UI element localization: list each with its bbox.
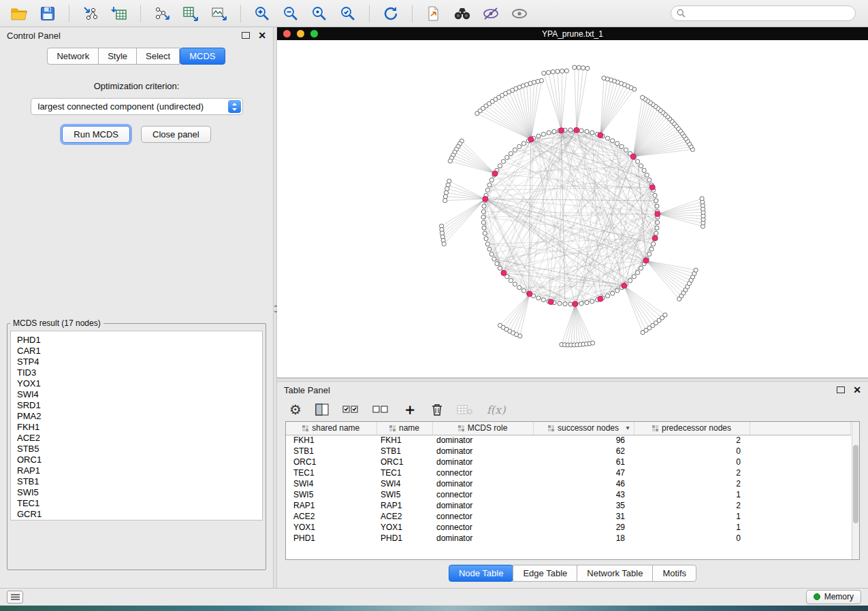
mcds-result-item[interactable]: SWI4 (17, 389, 262, 400)
search-input[interactable] (690, 8, 850, 19)
table-row[interactable]: RAP1RAP1dominator352 (286, 500, 851, 511)
delete-column-button[interactable] (431, 403, 443, 416)
search-box[interactable] (671, 5, 856, 21)
table-cell-shared_name[interactable]: SWI4 (286, 478, 376, 489)
table-row[interactable]: ACE2ACE2connector311 (286, 511, 851, 522)
table-cell-name[interactable]: STB1 (376, 446, 432, 457)
float-panel-icon[interactable] (837, 386, 845, 393)
table-cell-name[interactable]: ACE2 (376, 511, 432, 522)
save-session-button[interactable] (35, 3, 60, 24)
table-cell-successors[interactable]: 62 (533, 446, 634, 457)
table-cell-role[interactable]: connector (432, 522, 533, 533)
table-cell-name[interactable]: RAP1 (376, 500, 432, 511)
table-row[interactable]: SWI4SWI4dominator462 (286, 478, 851, 489)
add-column-button[interactable]: ＋ (402, 402, 417, 417)
column-header-predecessor-nodes[interactable]: predecessor nodes (634, 422, 750, 435)
table-cell-predecessors[interactable]: 2 (634, 478, 750, 489)
export-network-button[interactable] (150, 3, 174, 24)
table-cell-role[interactable]: dominator (432, 533, 533, 544)
table-cell-predecessors[interactable]: 2 (634, 500, 750, 511)
table-cell-predecessors[interactable]: 2 (634, 467, 750, 478)
mcds-result-item[interactable]: ORC1 (17, 455, 262, 465)
export-table-button[interactable] (178, 3, 203, 24)
table-row[interactable]: ORC1ORC1dominator610 (286, 457, 851, 467)
table-cell-name[interactable]: SWI5 (376, 489, 432, 500)
table-cell-role[interactable]: dominator (432, 457, 533, 467)
tab-edge-table[interactable]: Edge Table (513, 565, 577, 582)
mcds-result-item[interactable]: ACE2 (17, 433, 262, 444)
table-row[interactable]: YOX1YOX1connector291 (286, 522, 851, 533)
table-cell-shared_name[interactable]: ACE2 (286, 511, 376, 522)
network-view-titlebar[interactable]: YPA_prune.txt_1 (277, 27, 868, 40)
table-row[interactable]: TEC1TEC1connector472 (286, 467, 851, 478)
splitter-handle-icon[interactable] (274, 303, 276, 318)
mcds-result-item[interactable]: SWI5 (17, 487, 262, 498)
tab-mcds[interactable]: MCDS (180, 48, 225, 65)
table-cell-shared_name[interactable]: RAP1 (286, 500, 376, 511)
table-cell-name[interactable]: PHD1 (376, 533, 432, 544)
table-cell-name[interactable]: YOX1 (376, 522, 432, 533)
mcds-result-item[interactable]: TID3 (17, 367, 262, 378)
import-table-button[interactable] (107, 3, 131, 24)
mcds-result-item[interactable]: CAR1 (17, 346, 262, 357)
table-cell-successors[interactable]: 18 (533, 533, 634, 544)
show-columns-button[interactable] (315, 403, 329, 416)
mcds-result-item[interactable]: STP4 (17, 357, 262, 367)
mcds-result-item[interactable]: GCR1 (17, 509, 262, 520)
column-header-mcds-role[interactable]: MCDS role (432, 422, 533, 435)
mcds-result-item[interactable]: YOX1 (17, 378, 262, 389)
table-cell-role[interactable]: connector (432, 489, 533, 500)
table-cell-successors[interactable]: 46 (533, 478, 634, 489)
table-cell-role[interactable]: dominator (432, 446, 533, 457)
table-cell-successors[interactable]: 31 (533, 511, 634, 522)
table-cell-successors[interactable]: 47 (533, 467, 634, 478)
table-cell-predecessors[interactable]: 2 (634, 435, 750, 446)
table-row[interactable]: PHD1PHD1dominator180 (286, 533, 851, 544)
table-cell-role[interactable]: connector (432, 467, 533, 478)
table-cell-successors[interactable]: 43 (533, 489, 634, 500)
minimize-window-icon[interactable] (297, 30, 304, 37)
table-cell-name[interactable]: ORC1 (376, 457, 432, 467)
close-panel-icon[interactable]: ✕ (258, 31, 266, 40)
table-cell-role[interactable]: dominator (432, 435, 533, 446)
mcds-result-item[interactable]: PHD1 (17, 335, 262, 346)
chevron-down-icon[interactable]: ▾ (626, 424, 629, 431)
maximize-window-icon[interactable] (310, 30, 318, 37)
zoom-out-button[interactable] (278, 3, 303, 24)
deselect-all-button[interactable] (372, 403, 389, 416)
table-row[interactable]: STB1STB1dominator620 (286, 446, 851, 457)
tab-style[interactable]: Style (98, 48, 137, 65)
table-cell-role[interactable]: dominator (432, 500, 533, 511)
optimization-criterion-select[interactable]: largest connected component (undirected) (31, 98, 243, 115)
mcds-result-item[interactable]: SRD1 (17, 400, 262, 411)
zoom-fit-button[interactable] (307, 3, 332, 24)
open-file-button[interactable] (7, 3, 31, 24)
table-scrollbar[interactable] (852, 422, 859, 559)
table-cell-shared_name[interactable]: YOX1 (286, 522, 376, 533)
hide-selected-button[interactable] (479, 3, 503, 24)
table-cell-name[interactable]: TEC1 (376, 467, 432, 478)
export-image-button[interactable] (207, 3, 231, 24)
network-canvas[interactable] (277, 40, 868, 378)
close-window-icon[interactable] (283, 30, 291, 37)
table-cell-role[interactable]: dominator (432, 478, 533, 489)
table-cell-successors[interactable]: 35 (533, 500, 634, 511)
table-cell-predecessors[interactable]: 0 (634, 533, 750, 544)
table-settings-button[interactable]: ⚙ (289, 403, 302, 416)
table-cell-role[interactable]: connector (432, 511, 533, 522)
close-panel-icon[interactable]: ✕ (853, 385, 861, 395)
close-panel-button[interactable]: Close panel (141, 126, 211, 143)
column-header-successor-nodes[interactable]: successor nodes▾ (533, 422, 634, 435)
table-cell-shared_name[interactable]: ORC1 (286, 457, 376, 467)
table-row[interactable]: FKH1FKH1dominator962 (286, 435, 851, 446)
status-menu-button[interactable] (7, 591, 23, 604)
import-network-button[interactable] (78, 3, 103, 24)
table-cell-shared_name[interactable]: PHD1 (286, 533, 376, 544)
column-header-shared-name[interactable]: shared name (286, 422, 376, 435)
table-cell-successors[interactable]: 29 (533, 522, 634, 533)
mcds-result-item[interactable]: FKH1 (17, 422, 262, 433)
table-cell-successors[interactable]: 61 (533, 457, 634, 467)
mcds-result-item[interactable]: RAP1 (17, 465, 262, 476)
mcds-result-list[interactable]: PHD1CAR1STP4TID3YOX1SWI4SRD1PMA2FKH1ACE2… (10, 331, 263, 521)
memory-button[interactable]: Memory (806, 590, 861, 604)
